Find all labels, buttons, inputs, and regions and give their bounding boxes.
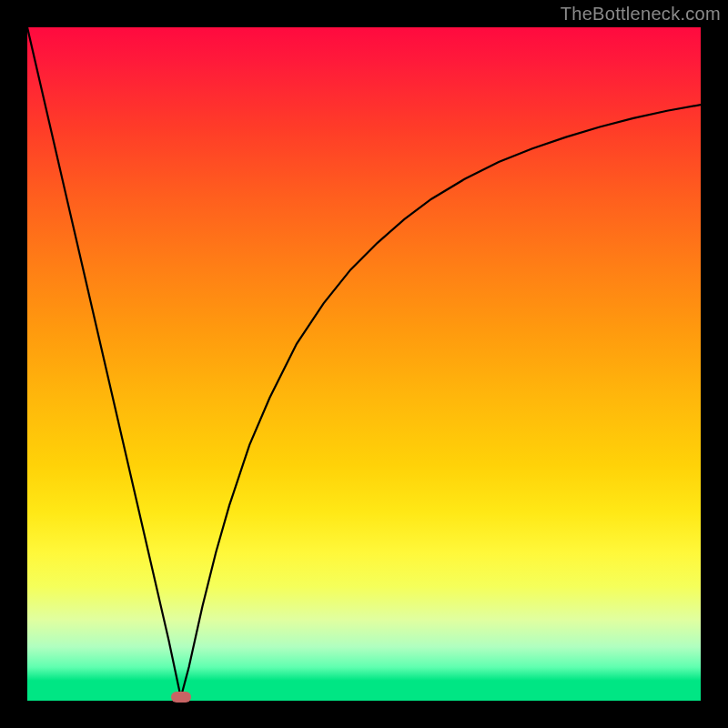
plot-area <box>27 27 701 701</box>
curve-svg <box>27 27 701 701</box>
min-marker <box>171 692 191 703</box>
bottleneck-curve <box>27 27 701 697</box>
chart-container: TheBottleneck.com <box>0 0 728 728</box>
watermark-label: TheBottleneck.com <box>561 4 721 25</box>
